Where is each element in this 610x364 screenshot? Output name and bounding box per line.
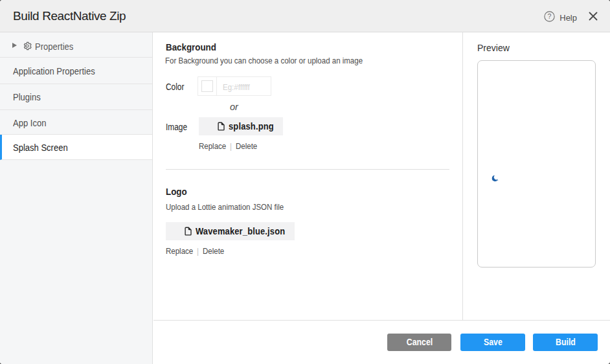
svg-text:?: ? <box>548 12 552 20</box>
